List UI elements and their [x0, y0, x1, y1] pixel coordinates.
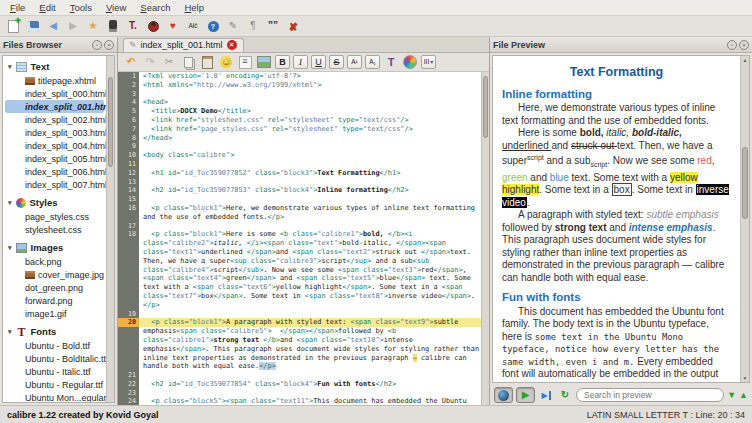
redo-icon[interactable]: ↷ [142, 54, 158, 70]
titlecase-icon[interactable]: T. [125, 18, 141, 34]
file-item[interactable]: index_split_007.html [3, 178, 106, 191]
menu-help[interactable]: Help [177, 1, 211, 14]
file-item[interactable]: Ubuntu - BoldItalic.ttf [3, 352, 106, 365]
collapse-icon[interactable]: ▾ [8, 63, 12, 71]
file-item[interactable]: dot_green.png [3, 281, 106, 294]
code-line[interactable]: 23 [118, 389, 481, 398]
new-file-icon[interactable] [5, 18, 21, 34]
file-item[interactable]: page_styles.css [3, 210, 106, 223]
snippets-icon[interactable] [237, 54, 253, 70]
heading-style-icon[interactable]: III▾ [421, 55, 436, 69]
tree-section-text[interactable]: ▾Text [3, 59, 106, 74]
code-line[interactable]: 12 <h1 id="id_Toc359077852" class="block… [118, 169, 481, 178]
menu-search[interactable]: Search [133, 1, 177, 14]
code-line[interactable]: 7 <link href="page_styles.css" rel="styl… [118, 125, 481, 134]
scroll-up-icon[interactable]: ▲ [741, 57, 749, 63]
menu-view[interactable]: View [99, 1, 133, 14]
code-line[interactable]: 5 <title>DOCX Demo</title> [118, 107, 481, 116]
code-line[interactable]: 15 [118, 195, 481, 204]
preview-scrollbar[interactable]: ▲ ▼ [740, 56, 749, 382]
bookmark-icon[interactable]: ★ [85, 18, 101, 34]
code-line[interactable]: 11 [118, 160, 481, 169]
report-icon[interactable]: ¶ [245, 18, 261, 34]
editor-tab[interactable]: ✎ index_split_001.html ✕ [123, 38, 244, 52]
code-line[interactable]: 18 <p class="block1">Here is some <b cla… [118, 230, 481, 309]
copy-icon[interactable] [180, 54, 196, 70]
go-back-icon[interactable]: ◀ [45, 18, 61, 34]
code-line[interactable]: 4<head> [118, 98, 481, 107]
close-panel-icon[interactable]: × [739, 40, 749, 50]
strikethrough-icon[interactable]: S [329, 55, 344, 69]
paste-icon[interactable] [199, 54, 215, 70]
code-line[interactable]: 13 [118, 178, 481, 187]
editor-scrollbar[interactable] [481, 72, 489, 405]
file-item[interactable]: index_split_002.html [3, 113, 106, 126]
float-panel-icon[interactable]: ▫ [727, 40, 737, 50]
undo-icon[interactable]: ↶ [123, 54, 139, 70]
code-line[interactable]: 14 <h2 id="id_Toc359077853" class="block… [118, 186, 481, 195]
tree-section-styles[interactable]: ▾Styles [3, 195, 106, 210]
file-item[interactable]: index_split_006.html [3, 165, 106, 178]
code-line[interactable]: 21 [118, 371, 481, 380]
code-line[interactable]: 1<?xml version='1.0' encoding='utf-8'?> [118, 72, 481, 81]
special-char-icon[interactable] [218, 54, 234, 70]
file-item[interactable]: cover_image.jpg [3, 268, 106, 281]
menu-file[interactable]: File [3, 1, 32, 14]
refresh-preview-icon[interactable]: ▶ [516, 387, 535, 403]
close-tab-icon[interactable]: ✕ [227, 40, 237, 50]
search-preview-input[interactable] [576, 388, 724, 402]
tree-section-images[interactable]: ▾Images [3, 240, 106, 255]
reload-icon[interactable]: ↻ [557, 387, 573, 403]
scroll-down-icon[interactable]: ▼ [741, 375, 749, 381]
code-line[interactable]: 17 [118, 222, 481, 231]
file-item[interactable]: titlepage.xhtml [3, 74, 106, 87]
bold-icon[interactable]: B [275, 55, 290, 69]
file-item[interactable]: index_split_003.html [3, 126, 106, 139]
code-line[interactable]: 22 <h2 id="id_Toc359077854" class="block… [118, 380, 481, 389]
device-icon[interactable] [105, 18, 121, 34]
background-color-icon[interactable] [402, 54, 418, 70]
file-item[interactable]: Ubuntu - Regular.ttf [3, 378, 106, 391]
menu-tools[interactable]: Tools [63, 1, 99, 14]
collapse-icon[interactable]: ▾ [8, 199, 12, 207]
code-line[interactable]: 2<html xmlns="http://www.w3.org/1999/xht… [118, 81, 481, 90]
code-line[interactable]: 3 [118, 90, 481, 99]
code-line[interactable]: 16 <p class="block1">Here, we demonstrat… [118, 204, 481, 222]
check-book-icon[interactable] [145, 18, 161, 34]
file-item[interactable]: Ubuntu - Bold.ttf [3, 339, 106, 352]
remove-unused-css-icon[interactable] [285, 18, 301, 34]
file-item[interactable]: index_split_005.html [3, 152, 106, 165]
help-icon[interactable] [205, 18, 221, 34]
file-item[interactable]: image1.gif [3, 307, 106, 320]
file-item[interactable]: index_split_001.html [5, 100, 104, 113]
file-item[interactable]: Ubuntu Mon...egular.ttf [3, 391, 106, 402]
file-item[interactable]: stylesheet.css [3, 223, 106, 236]
code-line[interactable]: 9 [118, 142, 481, 151]
file-item[interactable]: forward.png [3, 294, 106, 307]
smarten-punctuation-icon[interactable]: ”” [265, 18, 281, 34]
code-line[interactable]: 19 [118, 310, 481, 319]
donate-icon[interactable]: ♥ [165, 18, 181, 34]
file-item[interactable]: index_split_004.html [3, 139, 106, 152]
tree-section-fonts[interactable]: ▾Fonts [3, 324, 106, 339]
float-panel-icon[interactable]: ▫ [92, 40, 102, 50]
code-line[interactable]: 10<body class="calibre"> [118, 151, 481, 160]
save-icon[interactable] [25, 18, 41, 34]
code-line[interactable]: 24 <p class="block5"><span class="text11… [118, 397, 481, 405]
insert-image-icon[interactable] [256, 54, 272, 70]
font-color-icon[interactable] [383, 54, 399, 70]
spellcheck-icon[interactable]: Ałč [185, 18, 201, 34]
files-scrollbar[interactable] [106, 56, 114, 402]
code-line[interactable]: 8</head> [118, 134, 481, 143]
code-line[interactable]: 20 <p class="block1">A paragraph with st… [118, 318, 481, 371]
menu-edit[interactable]: Edit [32, 1, 62, 14]
toggle-auto-refresh-icon[interactable] [494, 387, 513, 403]
collapse-icon[interactable]: ▾ [8, 244, 12, 252]
close-panel-icon[interactable]: × [104, 40, 114, 50]
go-forward-icon[interactable]: ▶ [65, 18, 81, 34]
superscript-icon[interactable]: A¹ [347, 55, 362, 69]
italic-icon[interactable]: I [293, 55, 308, 69]
collapse-icon[interactable]: ▾ [8, 328, 12, 336]
underline-icon[interactable]: U [311, 55, 326, 69]
find-previous-icon[interactable]: ▲ [739, 390, 748, 400]
